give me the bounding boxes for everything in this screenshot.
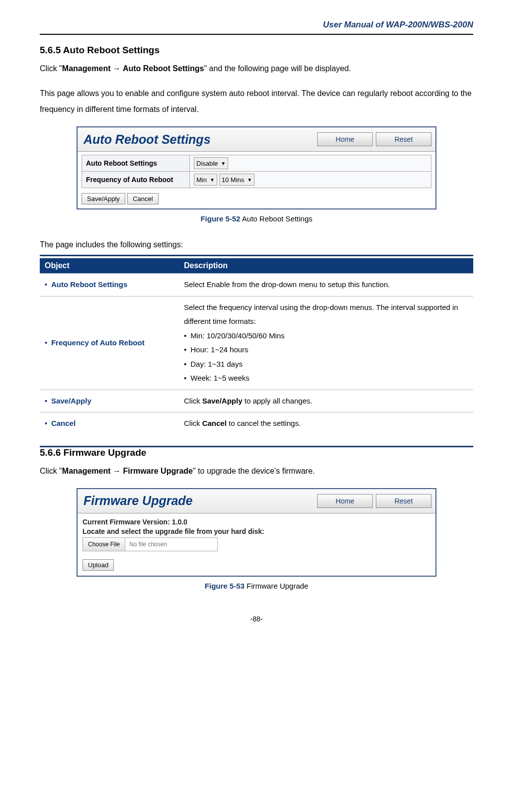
- figure-2-box: Firmware Upgrade Home Reset Current Firm…: [77, 488, 436, 577]
- list-item: Week: 1~5 weeks: [184, 371, 468, 386]
- select-value: Disable: [196, 160, 218, 167]
- chevron-down-icon: ▼: [247, 177, 252, 183]
- obj-text: Auto Reboot Settings: [51, 278, 127, 292]
- desc-list: Min: 10/20/30/40/50/60 Mins Hour: 1~24 h…: [184, 329, 468, 386]
- row2-label: Frequency of Auto Reboot: [82, 172, 190, 188]
- desc-post: to apply all changes.: [243, 397, 313, 405]
- desc-text: This page allows you to enable and confi…: [40, 86, 473, 117]
- bullet-icon: •: [45, 398, 47, 405]
- intro-post: " to upgrade the device's firmware.: [193, 467, 315, 475]
- select-value: Min: [196, 176, 207, 184]
- intro-bold: Management → Firmware Upgrade: [62, 467, 193, 475]
- table-row-desc: Select Enable from the drop-down menu to…: [179, 274, 473, 297]
- upload-button[interactable]: Upload: [83, 559, 114, 571]
- fig1-form-table: Auto Reboot Settings Disable ▼ Frequency…: [82, 155, 431, 188]
- no-file-text: No file chosen: [125, 541, 167, 548]
- header-divider: [40, 34, 473, 35]
- reset-button-2[interactable]: Reset: [376, 494, 431, 508]
- bullet-icon: •: [45, 420, 47, 427]
- header-title: User Manual of WAP-200N/WBS-200N: [40, 20, 473, 30]
- fig-text: Auto Reboot Settings: [240, 214, 312, 223]
- list-item: Min: 10/20/30/40/50/60 Mins: [184, 329, 468, 343]
- table-row-obj: •Cancel: [40, 412, 179, 435]
- cancel-button[interactable]: Cancel: [127, 193, 158, 204]
- bullet-icon: •: [45, 281, 47, 288]
- choose-file-button[interactable]: Choose File: [83, 538, 125, 551]
- fig2-titlebar: Firmware Upgrade Home Reset: [78, 489, 435, 513]
- page-number: -88-: [40, 615, 473, 623]
- table-row-desc: Select the frequency interval using the …: [179, 296, 473, 390]
- desc-bold: Save/Apply: [202, 397, 243, 405]
- fig1-title: Auto Reboot Settings: [84, 132, 211, 147]
- settings-table: Object Description •Auto Reboot Settings…: [40, 258, 473, 435]
- row1-label: Auto Reboot Settings: [82, 155, 190, 172]
- th-object: Object: [40, 258, 179, 274]
- locate-text: Locate and select the upgrade file from …: [83, 527, 430, 535]
- chevron-down-icon: ▼: [210, 177, 215, 183]
- section-heading-565: 5.6.5 Auto Reboot Settings: [40, 45, 473, 56]
- table-intro: The page includes the following settings…: [40, 237, 473, 253]
- freq-value-select[interactable]: 10 Mins ▼: [219, 174, 255, 186]
- obj-text: Save/Apply: [51, 394, 91, 408]
- select-value: 10 Mins: [222, 176, 245, 184]
- chevron-down-icon: ▼: [221, 161, 226, 166]
- home-button-2[interactable]: Home: [317, 494, 373, 508]
- intro-pre: Click ": [40, 64, 62, 73]
- table-row-obj: •Frequency of Auto Reboot: [40, 296, 179, 390]
- table-row-obj: •Auto Reboot Settings: [40, 274, 179, 297]
- th-desc: Description: [179, 258, 473, 274]
- reset-button-1[interactable]: Reset: [376, 132, 431, 146]
- obj-text: Frequency of Auto Reboot: [51, 336, 145, 350]
- fig1-titlebar: Auto Reboot Settings Home Reset: [78, 127, 435, 152]
- section-heading-566: 5.6.6 Firmware Upgrade: [40, 447, 473, 458]
- fig2-title: Firmware Upgrade: [84, 494, 193, 508]
- desc-bold: Cancel: [202, 419, 227, 427]
- desc-pre: Click: [184, 419, 202, 427]
- figure-1-box: Auto Reboot Settings Home Reset Auto Reb…: [77, 126, 436, 209]
- figure-1-caption: Figure 5-52 Auto Reboot Settings: [40, 214, 473, 223]
- firmware-version-text: Current Firmware Version: 1.0.0: [83, 518, 430, 526]
- figure-2-caption: Figure 5-53 Firmware Upgrade: [40, 582, 473, 590]
- table-row-desc: Click Save/Apply to apply all changes.: [179, 390, 473, 412]
- freq-unit-select[interactable]: Min ▼: [194, 174, 217, 186]
- fig-num: Figure 5-53: [205, 582, 245, 590]
- intro-bold: Management → Auto Reboot Settings: [62, 64, 204, 73]
- table-row-desc: Click Cancel to cancel the settings.: [179, 412, 473, 435]
- fig-text: Firmware Upgrade: [245, 582, 308, 590]
- bullet-icon: •: [45, 339, 47, 346]
- file-input[interactable]: Choose File No file chosen: [83, 537, 218, 551]
- intro-text-1: Click "Management → Auto Reboot Settings…: [40, 61, 473, 77]
- auto-reboot-select[interactable]: Disable ▼: [194, 157, 228, 169]
- table-row-obj: •Save/Apply: [40, 390, 179, 412]
- save-apply-button[interactable]: Save/Apply: [82, 193, 125, 204]
- obj-text: Cancel: [51, 416, 76, 431]
- fig-num: Figure 5-52: [200, 214, 240, 223]
- intro-text-2: Click "Management → Firmware Upgrade" to…: [40, 463, 473, 479]
- desc-intro: Select the frequency interval using the …: [184, 301, 468, 329]
- home-button-1[interactable]: Home: [317, 132, 373, 146]
- intro-pre: Click ": [40, 467, 62, 475]
- list-item: Day: 1~31 days: [184, 357, 468, 372]
- list-item: Hour: 1~24 hours: [184, 343, 468, 357]
- desc-post: to cancel the settings.: [227, 419, 301, 427]
- intro-post: " and the following page will be display…: [204, 64, 351, 73]
- desc-pre: Click: [184, 397, 202, 405]
